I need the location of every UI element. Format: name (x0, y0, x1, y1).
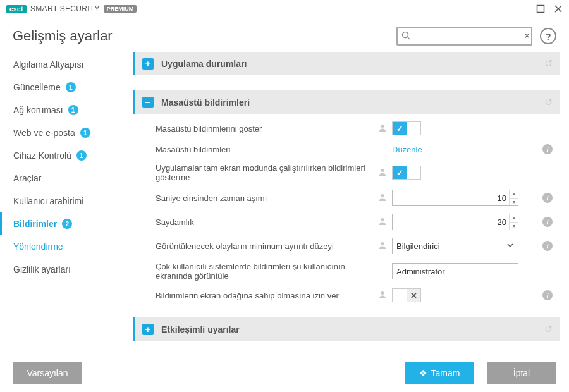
sidebar-item-label: Güncelleme (13, 82, 61, 92)
toggle-take-focus[interactable]: ✕ (392, 288, 421, 302)
window-controls (536, 4, 563, 13)
spinner-down-icon[interactable]: ▾ (510, 223, 518, 230)
brand-tier: PREMIUM (104, 5, 137, 13)
sidebar-item-label: Ağ koruması (13, 105, 63, 115)
info-icon[interactable]: i (542, 144, 553, 154)
revert-icon[interactable]: ↺ (544, 323, 553, 335)
sidebar-item-label: Bildirimler (13, 219, 57, 229)
input-value: 10 (396, 193, 506, 203)
footer: Varsayılan ❖ Tamam İptal (0, 354, 569, 392)
timeout-input[interactable]: 10 ▴ ▾ (392, 190, 518, 206)
select-value: Bilgilendirici (396, 242, 506, 251)
sidebar-item-label: Cihaz Kontrolü (13, 150, 71, 161)
info-icon[interactable]: i (542, 193, 553, 203)
svg-point-1 (403, 32, 408, 37)
user-icon (378, 168, 387, 178)
sidebar-item-update[interactable]: Güncelleme 1 (0, 76, 133, 99)
multiuser-input[interactable]: Administrator (392, 263, 518, 279)
spinner-down-icon[interactable]: ▾ (510, 199, 518, 206)
brand-badge: eset (6, 5, 27, 13)
search-clear-icon[interactable]: × (524, 31, 530, 41)
verbosity-select[interactable]: Bilgilendirici (392, 238, 518, 254)
close-icon[interactable] (554, 4, 563, 13)
sidebar-item-label: Algılama Altyapısı (13, 59, 83, 70)
user-icon (378, 290, 387, 301)
info-icon[interactable]: i (542, 290, 553, 300)
revert-icon[interactable]: ↺ (544, 58, 553, 70)
row-verbosity: Görüntülenecek olayların minimum ayrıntı… (133, 234, 560, 258)
badge-icon: 1 (66, 82, 76, 92)
search-field[interactable] (414, 32, 520, 41)
svg-point-5 (381, 218, 384, 221)
sidebar-item-forwarding[interactable]: Yönlendirme (0, 235, 133, 258)
check-icon: ✓ (396, 124, 403, 133)
cancel-button[interactable]: İptal (487, 362, 556, 384)
info-icon[interactable]: i (542, 241, 553, 251)
section-desktop-notifications[interactable]: − Masaüstü bildirimleri ↺ (133, 90, 560, 114)
titlebar: eset SMART SECURITY PREMIUM (0, 0, 569, 18)
ok-button[interactable]: ❖ Tamam (405, 362, 474, 384)
row-timeout: Saniye cinsinden zaman aşımı 10 ▴ ▾ i (133, 186, 560, 210)
toggle-show-desktop[interactable]: ✓ (392, 121, 421, 135)
setting-label: Masaüstü bildirimleri (156, 145, 372, 154)
sidebar-item-tools[interactable]: Araçlar (0, 167, 133, 190)
sidebar-item-detection[interactable]: Algılama Altyapısı (0, 53, 133, 76)
spinner-up-icon[interactable]: ▴ (510, 214, 518, 223)
brand: eset SMART SECURITY PREMIUM (6, 4, 137, 13)
setting-label: Çok kullanıcılı sistemlerde bildirimleri… (156, 262, 372, 281)
row-show-desktop: Masaüstü bildirimlerini göster ✓ (133, 118, 560, 139)
spinner-buttons[interactable]: ▴ ▾ (509, 190, 518, 205)
transparency-input[interactable]: 20 ▴ ▾ (392, 214, 518, 230)
x-icon: ✕ (410, 291, 417, 300)
page-title: Gelişmiş ayarlar (13, 28, 113, 44)
expand-icon[interactable]: + (142, 324, 154, 335)
user-icon (378, 193, 387, 204)
section-app-states[interactable]: + Uygulama durumları ↺ (133, 52, 560, 75)
revert-icon[interactable]: ↺ (544, 96, 553, 108)
badge-icon: 1 (76, 150, 87, 161)
row-configure-desktop: Masaüstü bildirimleri Düzenle i (133, 139, 560, 159)
spinner-buttons[interactable]: ▴ ▾ (509, 214, 518, 230)
user-icon (378, 241, 387, 252)
sidebar-item-network[interactable]: Ağ koruması 1 (0, 99, 133, 121)
sidebar-item-label: Gizlilik ayarları (13, 264, 71, 274)
row-fullscreen-hide: Uygulamalar tam ekran modunda çalıştırıl… (133, 159, 560, 186)
setting-label: Saydamlık (156, 217, 372, 227)
info-icon[interactable]: i (542, 217, 553, 227)
input-value: Administrator (396, 267, 514, 276)
sidebar-item-device-control[interactable]: Cihaz Kontrolü 1 (0, 144, 133, 167)
badge-icon: 1 (80, 128, 90, 138)
main: Algılama Altyapısı Güncelleme 1 Ağ korum… (0, 52, 569, 354)
setting-label: Saniye cinsinden zaman aşımı (156, 193, 372, 203)
edit-link[interactable]: Düzenle (392, 145, 422, 154)
help-button[interactable]: ? (540, 28, 556, 44)
badge-icon: 2 (62, 219, 72, 229)
badge-icon: 1 (68, 105, 78, 115)
sidebar-item-label: Yönlendirme (13, 242, 63, 252)
toggle-fullscreen-hide[interactable]: ✓ (392, 166, 421, 180)
sidebar: Algılama Altyapısı Güncelleme 1 Ağ korum… (0, 52, 133, 354)
section-title: Masaüstü bildirimleri (161, 97, 537, 107)
setting-label: Görüntülenecek olayların minimum ayrıntı… (156, 242, 372, 251)
sidebar-item-ui[interactable]: Kullanıcı arabirimi (0, 190, 133, 212)
setting-label: Masaüstü bildirimlerini göster (156, 124, 372, 133)
row-transparency: Saydamlık 20 ▴ ▾ i (133, 210, 560, 234)
search-icon (401, 31, 410, 42)
maximize-icon[interactable] (536, 4, 545, 13)
expand-icon[interactable]: + (142, 58, 154, 70)
sidebar-item-label: Kullanıcı arabirimi (13, 196, 83, 206)
sidebar-item-privacy[interactable]: Gizlilik ayarları (0, 258, 133, 281)
spinner-up-icon[interactable]: ▴ (510, 190, 518, 199)
header: Gelişmiş ayarlar × ? (0, 18, 569, 52)
sidebar-item-web-email[interactable]: Web ve e-posta 1 (0, 121, 133, 144)
svg-point-4 (381, 194, 384, 197)
default-button[interactable]: Varsayılan (13, 362, 82, 384)
section-title: Uygulama durumları (161, 59, 537, 69)
collapse-icon[interactable]: − (142, 97, 154, 108)
section-interactive-alerts[interactable]: + Etkileşimli uyarılar ↺ (133, 317, 560, 341)
row-multiuser: Çok kullanıcılı sistemlerde bildirimleri… (133, 258, 560, 285)
input-value: 20 (396, 217, 506, 227)
svg-point-6 (381, 242, 384, 245)
sidebar-item-notifications[interactable]: Bildirimler 2 (0, 212, 133, 235)
search-input[interactable]: × (396, 27, 532, 46)
